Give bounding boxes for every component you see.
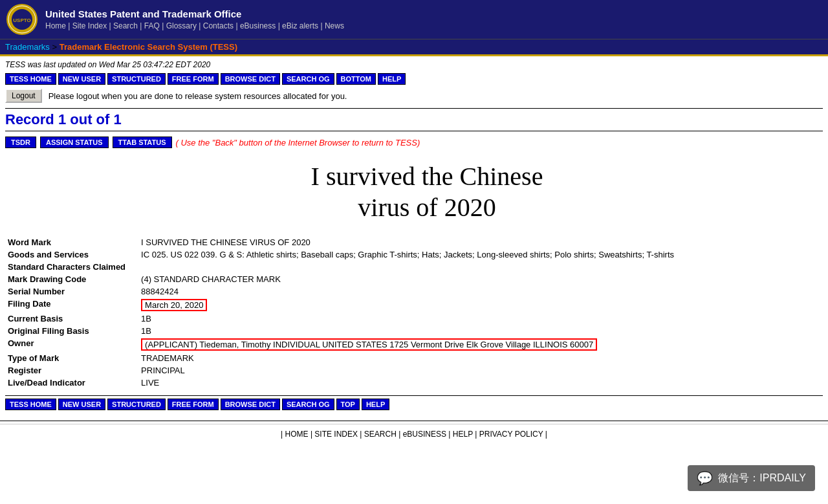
field-label: Word Mark — [5, 236, 138, 248]
btn-browse-dict-bottom[interactable]: BROWSE DICT — [221, 399, 280, 410]
field-value: 88842424 — [138, 285, 823, 298]
table-row: Goods and ServicesIC 025. US 022 039. G … — [5, 248, 823, 261]
btn-top-bottom[interactable]: TOP — [336, 399, 360, 410]
field-label: Standard Characters Claimed — [5, 261, 138, 273]
field-label: Owner — [5, 337, 138, 352]
breadcrumb: Trademarks > Trademark Electronic Search… — [0, 39, 828, 54]
breadcrumb-parent[interactable]: Trademarks — [5, 42, 50, 52]
table-row: Current Basis1B — [5, 312, 823, 325]
divider-3 — [5, 395, 823, 396]
nav-home[interactable]: Home — [45, 21, 66, 30]
field-value: PRINCIPAL — [138, 364, 823, 377]
top-toolbar: TESS HOME NEW USER STRUCTURED FREE FORM … — [5, 73, 823, 85]
btn-structured-top[interactable]: STRUCTURED — [107, 73, 166, 85]
field-value: TRADEMARK — [138, 352, 823, 364]
field-value: IC 025. US 022 039. G & S: Athletic shir… — [138, 248, 823, 261]
divider-4 — [0, 421, 828, 421]
btn-structured-bottom[interactable]: STRUCTURED — [107, 399, 166, 410]
nav-ebiz-alerts[interactable]: eBiz alerts — [282, 21, 318, 30]
bottom-toolbar: TESS HOME NEW USER STRUCTURED FREE FORM … — [5, 399, 823, 410]
table-row: Serial Number88842424 — [5, 285, 823, 298]
table-row: Word MarkI SURVIVED THE CHINESE VIRUS OF… — [5, 236, 823, 248]
nav-glossary[interactable]: Glossary — [166, 21, 197, 30]
table-row: Standard Characters Claimed — [5, 261, 823, 273]
footer-site-index[interactable]: SITE INDEX — [314, 430, 358, 439]
header-right: United States Patent and Trademark Offic… — [45, 8, 344, 30]
site-header: USPTO United States Patent and Trademark… — [0, 0, 828, 39]
logout-button[interactable]: Logout — [5, 89, 42, 103]
field-value: 1B — [138, 312, 823, 325]
nav-ebusiness[interactable]: eBusiness — [240, 21, 276, 30]
field-value: (4) STANDARD CHARACTER MARK — [138, 273, 823, 285]
table-row: Mark Drawing Code(4) STANDARD CHARACTER … — [5, 273, 823, 285]
logout-message: Please logout when you are done to relea… — [49, 91, 347, 101]
btn-ttab-status[interactable]: TTAB STATUS — [113, 137, 172, 148]
footer-privacy[interactable]: PRIVACY POLICY — [479, 430, 543, 439]
btn-tess-home-top[interactable]: TESS HOME — [5, 73, 56, 85]
btn-help-bottom[interactable]: HELP — [362, 399, 389, 410]
header-nav: Home | Site Index | Search | FAQ | Gloss… — [45, 21, 344, 30]
nav-news[interactable]: News — [325, 21, 344, 30]
field-value: 1B — [138, 325, 823, 337]
uspto-logo: USPTO — [6, 4, 38, 35]
table-row: Live/Dead IndicatorLIVE — [5, 377, 823, 389]
field-label: Current Basis — [5, 312, 138, 325]
field-value: I SURVIVED THE CHINESE VIRUS OF 2020 — [138, 236, 823, 248]
table-row: Original Filing Basis1B — [5, 325, 823, 337]
btn-bottom-top[interactable]: BOTTOM — [336, 73, 376, 85]
back-message: ( Use the "Back" button of the Internet … — [176, 138, 420, 148]
field-label: Live/Dead Indicator — [5, 377, 138, 389]
table-row: Owner(APPLICANT) Tiedeman, Timothy INDIV… — [5, 337, 823, 352]
field-label: Filing Date — [5, 298, 138, 312]
table-row: Filing DateMarch 20, 2020 — [5, 298, 823, 312]
table-row: Type of MarkTRADEMARK — [5, 352, 823, 364]
field-label: Goods and Services — [5, 248, 138, 261]
btn-assign-status[interactable]: ASSIGN STATUS — [40, 137, 109, 148]
field-label: Mark Drawing Code — [5, 273, 138, 285]
btn-search-og-bottom[interactable]: SEARCH OG — [282, 399, 334, 410]
footer-home[interactable]: HOME — [285, 430, 309, 439]
btn-tess-home-bottom[interactable]: TESS HOME — [5, 399, 56, 410]
footer-help[interactable]: HELP — [453, 430, 473, 439]
btn-free-form-bottom[interactable]: FREE FORM — [168, 399, 219, 410]
field-label: Original Filing Basis — [5, 325, 138, 337]
btn-new-user-top[interactable]: NEW USER — [58, 73, 105, 85]
btn-tsdr[interactable]: TSDR — [5, 137, 36, 148]
mark-image: I survived the Chinese virus of 2020 — [31, 161, 823, 223]
footer-ebusiness[interactable]: eBUSINESS — [403, 430, 446, 439]
footer-links: | HOME | SITE INDEX | SEARCH | eBUSINESS… — [0, 424, 828, 444]
table-row: RegisterPRINCIPAL — [5, 364, 823, 377]
field-value: March 20, 2020 — [138, 298, 823, 312]
field-value: LIVE — [138, 377, 823, 389]
site-title: United States Patent and Trademark Offic… — [45, 8, 344, 19]
logout-row: Logout Please logout when you are done t… — [5, 89, 823, 103]
record-heading: Record 1 out of 1 — [5, 111, 823, 128]
field-value: (APPLICANT) Tiedeman, Timothy INDIVIDUAL… — [138, 337, 823, 352]
update-line: TESS was last updated on Wed Mar 25 03:4… — [5, 60, 823, 69]
field-label: Register — [5, 364, 138, 377]
mark-line1: I survived the Chinese — [31, 161, 823, 192]
field-value — [138, 261, 823, 273]
svg-text:USPTO: USPTO — [13, 17, 30, 23]
field-label: Serial Number — [5, 285, 138, 298]
main-content: TESS was last updated on Wed Mar 25 03:4… — [0, 56, 828, 418]
breadcrumb-current: Trademark Electronic Search System (TESS… — [60, 42, 237, 52]
nav-search[interactable]: Search — [113, 21, 138, 30]
divider-2 — [5, 131, 823, 131]
nav-faq[interactable]: FAQ — [144, 21, 160, 30]
field-label: Type of Mark — [5, 352, 138, 364]
btn-search-og-top[interactable]: SEARCH OG — [282, 73, 334, 85]
nav-site-index[interactable]: Site Index — [72, 21, 107, 30]
status-row: TSDR ASSIGN STATUS TTAB STATUS ( Use the… — [5, 137, 823, 148]
nav-contacts[interactable]: Contacts — [203, 21, 234, 30]
btn-help-top[interactable]: HELP — [378, 73, 406, 85]
trademark-data-table: Word MarkI SURVIVED THE CHINESE VIRUS OF… — [5, 236, 823, 389]
mark-line2: virus of 2020 — [31, 192, 823, 223]
divider-1 — [5, 108, 823, 109]
btn-new-user-bottom[interactable]: NEW USER — [58, 399, 105, 410]
footer-search[interactable]: SEARCH — [364, 430, 397, 439]
btn-free-form-top[interactable]: FREE FORM — [168, 73, 219, 85]
btn-browse-dict-top[interactable]: BROWSE DICT — [221, 73, 280, 85]
